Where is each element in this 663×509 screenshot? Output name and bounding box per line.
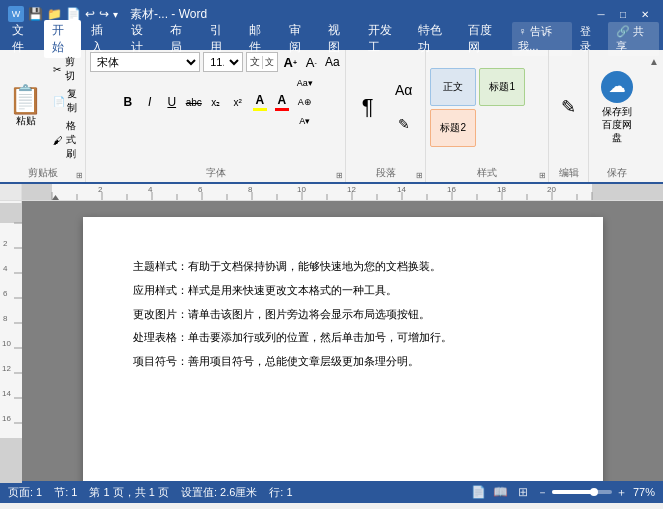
increase-font-button[interactable]: A+	[281, 53, 299, 71]
styles-body: 正文 标题1 标题2	[430, 52, 544, 164]
bold-button[interactable]: B	[118, 92, 138, 112]
editing-body: ✎	[553, 52, 584, 164]
zoom-percent: 77%	[633, 486, 655, 498]
a-circle-button[interactable]: A⊕	[296, 93, 314, 111]
font-expand-icon[interactable]: ⊞	[336, 171, 343, 180]
paragraph-label: 段落	[350, 164, 421, 182]
zoom-slider-thumb	[590, 488, 598, 496]
ribbon-collapse-button[interactable]: ▲	[645, 50, 663, 72]
page-count: 第 1 页，共 1 页	[89, 485, 168, 500]
save-baidu-button[interactable]: ☁ 保存到百度网盘	[593, 67, 641, 148]
subscript-button[interactable]: x₂	[206, 92, 226, 112]
svg-text:10: 10	[297, 185, 306, 194]
page-info: 页面: 1	[8, 485, 42, 500]
para-expand-icon[interactable]: ⊞	[416, 171, 423, 180]
document-area[interactable]: 主题样式：有助于文档保持协调，能够快速地为您的文档换装。 应用样式：样式是用来快…	[22, 201, 663, 481]
svg-rect-2	[592, 184, 663, 200]
font-color-button[interactable]: A	[272, 91, 292, 113]
view-read-icon[interactable]: 📖	[493, 484, 509, 500]
redo-icon[interactable]: ↪	[99, 7, 109, 21]
styles-expand-icon[interactable]: ⊞	[539, 171, 546, 180]
paste-icon: 📋	[8, 86, 43, 114]
svg-text:16: 16	[2, 414, 11, 423]
format-painter-button[interactable]: 🖌 格式刷	[49, 118, 81, 162]
doc-line-5: 项目符号：善用项目符号，总能使文章层级更加条理分明。	[133, 352, 553, 372]
font-size-select[interactable]: 11.5	[203, 52, 243, 72]
svg-rect-1	[22, 184, 52, 200]
svg-text:10: 10	[2, 339, 11, 348]
styles-gallery: 正文 标题1 标题2	[430, 68, 544, 147]
quick-new-icon[interactable]: 📄	[66, 7, 81, 21]
settings-value: 设置值: 2.6厘米	[181, 485, 257, 500]
view-layout-icon[interactable]: ⊞	[515, 484, 531, 500]
para-style-buttons: Aα ✎	[388, 74, 420, 140]
decrease-font-button[interactable]: A-	[302, 53, 320, 71]
svg-text:18: 18	[497, 185, 506, 194]
zoom-control[interactable]: － ＋	[537, 485, 627, 500]
clipboard-small: ✂ 剪切 📄 复制 🖌 格式刷	[49, 54, 81, 162]
restore-button[interactable]: □	[613, 6, 633, 22]
wen-indicator: 文 文	[246, 52, 278, 72]
zoom-out-icon[interactable]: －	[537, 485, 548, 500]
style-heading2[interactable]: 标题2	[430, 109, 476, 147]
cut-button[interactable]: ✂ 剪切	[49, 54, 81, 84]
font-body: 宋体 11.5 文 文 A+ A- Aa B I U a	[90, 52, 341, 164]
svg-text:6: 6	[3, 289, 8, 298]
style-normal[interactable]: 正文	[430, 68, 476, 106]
copy-button[interactable]: 📄 复制	[49, 86, 81, 116]
status-left: 页面: 1 节: 1 第 1 页，共 1 页 设置值: 2.6厘米 行: 1	[8, 485, 293, 500]
clipboard-expand-icon[interactable]: ⊞	[76, 171, 83, 180]
superscript-button[interactable]: x²	[228, 92, 248, 112]
paste-button[interactable]: 📋 粘贴	[4, 84, 47, 130]
vertical-ruler-svg: 2 4 6 8 10 12 14 16	[0, 203, 22, 483]
view-normal-icon[interactable]: 📄	[471, 484, 487, 500]
svg-text:8: 8	[248, 185, 253, 194]
underline-button[interactable]: U	[162, 92, 182, 112]
quick-open-icon[interactable]: 📁	[47, 7, 62, 21]
font-row2: B I U abc x₂ x² A A Aa▾ A⊕ A▾	[118, 74, 314, 130]
doc-line-1: 主题样式：有助于文档保持协调，能够快速地为您的文档换装。	[133, 257, 553, 277]
clear-format-button[interactable]: Aa	[323, 53, 341, 71]
svg-rect-0	[22, 184, 663, 200]
strikethrough-button[interactable]: abc	[184, 92, 204, 112]
style-icon-button[interactable]: Aα	[388, 74, 420, 106]
svg-text:14: 14	[2, 389, 11, 398]
status-right: 📄 📖 ⊞ － ＋ 77%	[471, 484, 655, 500]
editing-button[interactable]: ✎	[553, 91, 584, 123]
close-button[interactable]: ✕	[635, 6, 655, 22]
paragraph-section: ¶ Aα ✎ 段落 ⊞	[346, 50, 426, 182]
font-row1: 宋体 11.5 文 文 A+ A- Aa	[90, 52, 341, 72]
zoom-in-icon[interactable]: ＋	[616, 485, 627, 500]
clipboard-body: 📋 粘贴 ✂ 剪切 📄 复制 🖌 格式刷	[4, 52, 81, 164]
style-heading1[interactable]: 标题1	[479, 68, 525, 106]
horizontal-ruler-container: 2 4 6 8 10 12 14 1	[0, 184, 663, 201]
section-info: 节: 1	[54, 485, 77, 500]
svg-text:8: 8	[3, 314, 8, 323]
paragraph-body: ¶ Aα ✎	[350, 52, 421, 164]
zoom-slider-track[interactable]	[552, 490, 612, 494]
svg-text:4: 4	[3, 264, 8, 273]
doc-line-2: 应用样式：样式是用来快速更改文本格式的一种工具。	[133, 281, 553, 301]
char-spacing-button[interactable]: A▾	[296, 112, 314, 130]
horizontal-ruler: 2 4 6 8 10 12 14 1	[22, 184, 663, 200]
vertical-ruler: 2 4 6 8 10 12 14 16	[0, 201, 22, 481]
italic-button[interactable]: I	[140, 92, 160, 112]
styles-section: 正文 标题1 标题2 样式 ⊞	[426, 50, 549, 182]
customize-icon[interactable]: ▾	[113, 9, 118, 20]
main-area: 2 4 6 8 10 12 14 16 主题样式：有助于文档保持协调，能够快速	[0, 201, 663, 481]
svg-text:2: 2	[3, 239, 8, 248]
aa-button[interactable]: Aa▾	[296, 74, 314, 92]
svg-text:16: 16	[447, 185, 456, 194]
minimize-button[interactable]: ─	[591, 6, 611, 22]
edit-icon-button[interactable]: ✎	[388, 108, 420, 140]
font-section: 宋体 11.5 文 文 A+ A- Aa B I U a	[86, 50, 346, 182]
highlight-color-button[interactable]: A	[250, 91, 270, 113]
font-name-select[interactable]: 宋体	[90, 52, 200, 72]
line-info: 行: 1	[269, 485, 292, 500]
para-buttons: ¶	[352, 91, 384, 123]
undo-icon[interactable]: ↩	[85, 7, 95, 21]
editing-section: ✎ 编辑	[549, 50, 589, 182]
svg-text:2: 2	[98, 185, 103, 194]
quick-save-icon[interactable]: 💾	[28, 7, 43, 21]
paragraph-icon-button[interactable]: ¶	[352, 91, 384, 123]
